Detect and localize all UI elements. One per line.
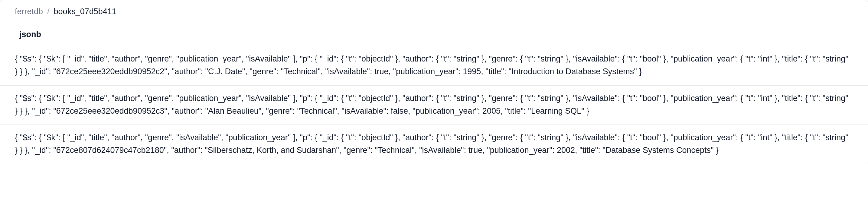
table-row[interactable]: { "$s": { "$k": [ "_id", "title", "autho… [0,46,868,86]
cell-value: { "$s": { "$k": [ "_id", "title", "autho… [15,94,848,116]
table-row[interactable]: { "$s": { "$k": [ "_id", "title", "autho… [0,86,868,125]
table-container: ferretdb / books_07d5b411 _jsonb { "$s":… [0,0,868,164]
cell-value: { "$s": { "$k": [ "_id", "title", "autho… [15,133,848,155]
table-row[interactable]: { "$s": { "$k": [ "_id", "title", "autho… [0,125,868,164]
breadcrumb-current[interactable]: books_07d5b411 [54,7,117,16]
breadcrumb-separator: / [47,7,50,16]
breadcrumb-parent[interactable]: ferretdb [15,7,43,16]
cell-value: { "$s": { "$k": [ "_id", "title", "autho… [15,54,848,76]
column-header-label: _jsonb [15,30,41,39]
breadcrumb: ferretdb / books_07d5b411 [0,0,868,23]
column-header[interactable]: _jsonb [0,23,868,46]
